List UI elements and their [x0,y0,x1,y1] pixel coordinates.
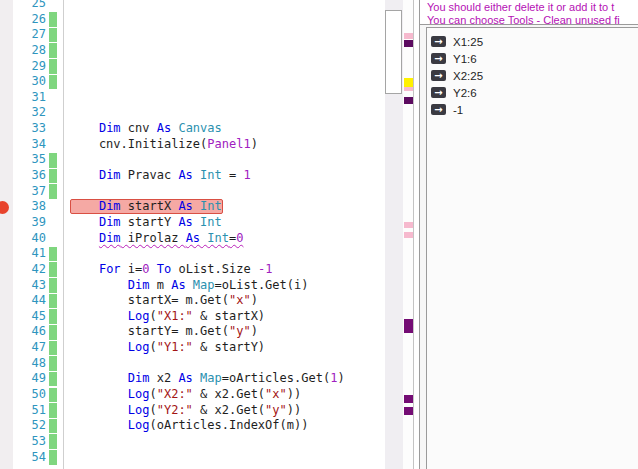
code-line-36[interactable]: 36 Dim Pravac As Int = 1 [0,168,385,184]
code-token: cnv.Initialize( [70,137,207,151]
code-line-40[interactable]: 40 Dim iProlaz As Int=0 [0,231,385,247]
code-token [70,418,128,432]
scrollbar-mark[interactable] [404,40,413,47]
code-line-52[interactable]: 52 Log(oArticles.IndexOf(m)) [0,418,385,434]
code-line-44[interactable]: 44 startX= m.Get("x") [0,293,385,309]
code-text[interactable]: For i=0 To oList.Size -1 [70,262,272,278]
code-line-39[interactable]: 39 Dim startY As Int [0,215,385,231]
code-line-53[interactable]: 53 [0,434,385,450]
scrollbar-mark[interactable] [404,319,413,333]
scrollbar-mark[interactable] [404,97,413,104]
code-line-26[interactable]: 26 [0,12,385,28]
code-line-54[interactable]: 54 [0,450,385,466]
code-line-43[interactable]: 43 Dim m As Map=oList.Get(i) [0,278,385,294]
code-line-35[interactable]: 35 [0,152,385,168]
log-entry-text: -1 [453,104,463,116]
code-text[interactable]: Log(oArticles.IndexOf(m)) [70,418,308,434]
code-text[interactable]: Dim startX As Int [70,199,222,215]
scrollbar-mark[interactable] [404,87,413,91]
code-line-34[interactable]: 34 cnv.Initialize(Panel1) [0,137,385,153]
code-token: "Y1:" [157,340,193,354]
code-text[interactable]: Dim m As Map=oList.Get(i) [70,278,308,294]
code-text[interactable]: cnv.Initialize(Panel1) [70,137,258,153]
code-token: & x2.Get( [193,403,265,417]
change-tracking-bar [49,12,57,27]
log-entry-text: Y1:6 [453,53,477,65]
code-line-47[interactable]: 47 Log("Y1:" & startY) [0,340,385,356]
code-token [193,215,200,229]
arrow-right-icon: → [431,36,446,47]
log-entry[interactable]: →-1 [431,101,638,118]
code-line-30[interactable]: 30 [0,74,385,90]
code-line-42[interactable]: 42 For i=0 To oList.Size -1 [0,262,385,278]
log-entry[interactable]: →Y1:6 [431,50,638,67]
code-line-33[interactable]: 33 Dim cnv As Canvas [0,121,385,137]
code-text[interactable]: startY= m.Get("y") [70,324,258,340]
log-entry[interactable]: →Y2:6 [431,84,638,101]
code-token: 0 [236,231,243,245]
code-line-38[interactable]: 38 Dim startX As Int [0,199,385,215]
scrollbar-mark[interactable] [404,407,413,415]
code-line-45[interactable]: 45 Log("X1:" & startX) [0,309,385,325]
code-text[interactable]: Log("X2:" & x2.Get("x")) [70,387,301,403]
line-number: 43 [13,278,46,294]
code-lines[interactable]: 252627282930313233 Dim cnv As Canvas34 c… [0,0,385,465]
code-token: Dim [128,371,150,385]
code-line-50[interactable]: 50 Log("X2:" & x2.Get("x")) [0,387,385,403]
code-text[interactable]: Dim startY As Int [70,215,222,231]
code-line-31[interactable]: 31 [0,90,385,106]
change-tracking-bar [49,247,57,262]
scrollbar-mark[interactable] [404,222,413,228]
scrollbar-annotation-strip[interactable] [403,0,413,469]
code-line-25[interactable]: 25 [0,0,385,12]
code-token [193,371,200,385]
code-text[interactable]: Dim iProlaz As Int=0 [70,231,243,247]
scrollbar-mark[interactable] [404,33,413,39]
code-text[interactable]: Log("X1:" & startX) [70,309,265,325]
change-tracking-bar [49,184,57,199]
code-text[interactable]: Log("Y2:" & x2.Get("y")) [70,403,301,419]
code-token: = [222,168,244,182]
code-line-32[interactable]: 32 [0,105,385,121]
code-token: ( [149,340,156,354]
code-line-27[interactable]: 27 [0,27,385,43]
code-text[interactable]: Dim cnv As Canvas [70,121,222,137]
line-number: 46 [13,324,46,340]
code-token: Dim [99,168,121,182]
line-number: 48 [13,356,46,372]
code-line-48[interactable]: 48 [0,356,385,372]
line-number: 42 [13,262,46,278]
code-text[interactable]: Dim Pravac As Int = 1 [70,168,251,184]
code-token [70,262,99,276]
code-line-28[interactable]: 28 [0,43,385,59]
line-number: 32 [13,105,46,121]
code-token: As [178,371,192,385]
code-token: Int [200,199,222,213]
scrollbar-mark[interactable] [404,395,413,403]
code-token: m [149,278,171,292]
line-number: 54 [13,450,46,466]
code-token: startY= m.Get( [70,324,229,338]
code-token: ) [251,137,258,151]
code-text[interactable]: Dim x2 As Map=oArticles.Get(1) [70,371,345,387]
log-entry[interactable]: →X1:25 [431,33,638,50]
change-tracking-bar [49,169,57,184]
code-token [70,168,99,182]
code-line-37[interactable]: 37 [0,184,385,200]
scrollbar-mark[interactable] [404,232,413,238]
code-line-29[interactable]: 29 [0,59,385,75]
code-line-51[interactable]: 51 Log("Y2:" & x2.Get("y")) [0,403,385,419]
code-text[interactable]: Log("Y1:" & startY) [70,340,265,356]
code-token: & x2.Get( [193,387,265,401]
code-line-49[interactable]: 49 Dim x2 As Map=oArticles.Get(1) [0,371,385,387]
vertical-scrollbar[interactable] [385,0,403,469]
arrow-right-icon: → [431,104,446,115]
code-line-41[interactable]: 41 [0,246,385,262]
scrollbar-thumb[interactable] [385,10,402,94]
scrollbar-mark[interactable] [404,78,413,87]
code-text[interactable]: startX= m.Get("x") [70,293,258,309]
change-tracking-bar [49,403,57,418]
code-editor-pane[interactable]: 252627282930313233 Dim cnv As Canvas34 c… [0,0,414,469]
log-entry[interactable]: →X2:25 [431,67,638,84]
code-line-46[interactable]: 46 startY= m.Get("y") [0,324,385,340]
